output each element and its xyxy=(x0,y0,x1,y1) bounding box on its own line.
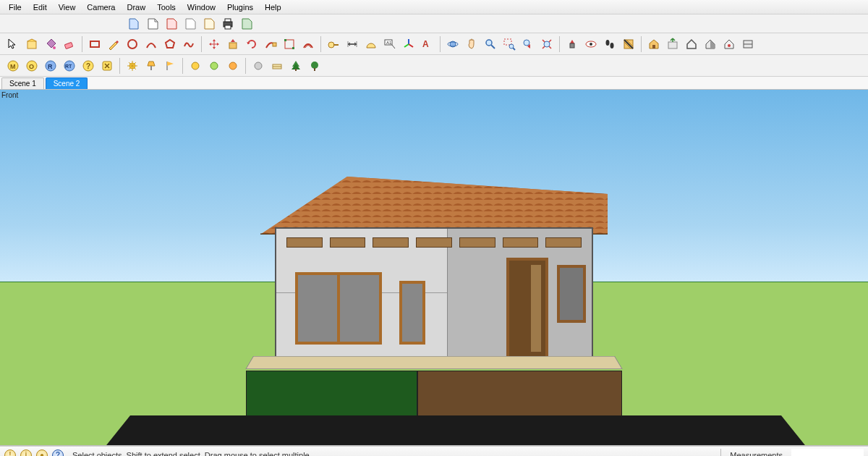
menu-window[interactable]: Window xyxy=(182,1,221,13)
svg-rect-12 xyxy=(273,43,276,46)
previous-view[interactable] xyxy=(519,35,537,53)
sun[interactable] xyxy=(124,57,141,75)
diag[interactable] xyxy=(268,57,286,75)
move-tool[interactable] xyxy=(205,35,223,53)
menu-edit[interactable]: Edit xyxy=(27,1,53,13)
text-tool[interactable]: A1 xyxy=(381,35,399,53)
open-file-icon[interactable] xyxy=(145,16,161,32)
get-models[interactable] xyxy=(645,35,663,53)
file-ops-toolbar xyxy=(0,14,868,33)
scale-tool[interactable] xyxy=(281,35,298,53)
render[interactable]: R xyxy=(42,57,59,75)
tree1[interactable] xyxy=(287,57,305,75)
layers[interactable] xyxy=(739,35,757,53)
status-icon-3[interactable]: ● xyxy=(36,449,48,457)
dimension-tool[interactable] xyxy=(344,35,361,53)
arc-tool[interactable] xyxy=(142,35,160,53)
protractor[interactable] xyxy=(362,35,380,53)
road xyxy=(80,415,831,446)
svg-rect-5 xyxy=(64,42,72,48)
menu-help[interactable]: Help xyxy=(259,1,287,13)
menu-file[interactable]: File xyxy=(3,1,27,13)
freehand-tool[interactable] xyxy=(180,35,197,53)
paint-bucket[interactable] xyxy=(42,35,59,53)
select-tool[interactable] xyxy=(4,35,22,53)
3dtext-tool[interactable]: A xyxy=(419,35,436,53)
zoom-extents[interactable] xyxy=(538,35,556,53)
walk-tool[interactable] xyxy=(601,35,618,53)
svg-text:RT: RT xyxy=(65,64,72,69)
position-camera[interactable] xyxy=(563,35,581,53)
styles[interactable] xyxy=(720,35,738,53)
share-model[interactable] xyxy=(664,35,681,53)
scene-tab[interactable]: Scene 1 xyxy=(1,77,44,89)
menu-tools[interactable]: Tools xyxy=(151,1,182,13)
offset-tool[interactable] xyxy=(299,35,317,53)
status-bar: ! i ● ? Select objects. Shift to extend … xyxy=(0,446,868,456)
lamp[interactable] xyxy=(142,57,160,75)
orbit-tool[interactable] xyxy=(444,35,461,53)
rotate-tool[interactable] xyxy=(243,35,260,53)
svg-text:O: O xyxy=(29,63,34,70)
status-icon-2[interactable]: i xyxy=(20,449,32,457)
status-icon-1[interactable]: ! xyxy=(4,449,16,457)
tree2[interactable] xyxy=(306,57,323,75)
zoom-tool[interactable] xyxy=(482,35,499,53)
axes-tool[interactable] xyxy=(400,35,417,53)
zoom-window[interactable] xyxy=(501,35,518,53)
menu-draw[interactable]: Draw xyxy=(121,1,151,13)
svg-rect-3 xyxy=(27,41,36,48)
pan-tool[interactable] xyxy=(463,35,480,53)
new-file-icon[interactable] xyxy=(126,16,142,32)
scene-tab[interactable]: Scene 2 xyxy=(46,77,88,89)
doc-3-icon[interactable] xyxy=(239,16,255,32)
roof xyxy=(260,177,608,235)
dot4[interactable] xyxy=(250,57,267,75)
rectangle-tool[interactable] xyxy=(86,35,103,53)
svg-line-24 xyxy=(409,44,413,47)
pushpull-tool[interactable] xyxy=(224,35,242,53)
viewport[interactable]: Front xyxy=(0,90,868,446)
menu-view[interactable]: View xyxy=(53,1,82,13)
flag[interactable] xyxy=(161,57,179,75)
dot1[interactable] xyxy=(187,57,204,75)
svg-rect-14 xyxy=(284,39,286,41)
followme-tool[interactable] xyxy=(262,35,279,53)
svg-line-33 xyxy=(513,48,515,50)
doc-2-icon[interactable] xyxy=(201,16,217,32)
dot3[interactable] xyxy=(224,57,242,75)
tools-badge[interactable] xyxy=(98,57,116,75)
svg-line-30 xyxy=(491,45,495,48)
svg-text:A1: A1 xyxy=(386,41,392,45)
status-help-icon[interactable]: ? xyxy=(52,449,64,457)
shadows[interactable] xyxy=(702,35,719,53)
section-tool[interactable] xyxy=(620,35,637,53)
look-around[interactable] xyxy=(582,35,600,53)
menu-plugins[interactable]: Plugins xyxy=(221,1,259,13)
status-text: Select objects. Shift to extend select. … xyxy=(68,451,716,457)
match-1[interactable]: M xyxy=(4,57,22,75)
outline[interactable]: O xyxy=(23,57,41,75)
measurements-input[interactable] xyxy=(791,449,864,457)
render-rt[interactable]: RT xyxy=(61,57,78,75)
doc-1-icon[interactable] xyxy=(182,16,198,32)
circle-tool[interactable] xyxy=(124,35,141,53)
print-icon[interactable] xyxy=(220,16,236,32)
svg-rect-77 xyxy=(314,68,315,71)
svg-point-34 xyxy=(524,40,529,46)
svg-point-35 xyxy=(544,41,550,47)
eraser[interactable] xyxy=(61,35,78,53)
model-info[interactable] xyxy=(683,35,700,53)
save-file-icon[interactable] xyxy=(163,16,179,32)
help-badge[interactable]: ? xyxy=(80,57,97,75)
menu-camera[interactable]: Camera xyxy=(81,1,121,13)
tape-measure[interactable] xyxy=(325,35,342,53)
line-tool[interactable] xyxy=(105,35,122,53)
svg-point-39 xyxy=(606,40,610,46)
make-component[interactable] xyxy=(23,35,41,53)
wall xyxy=(275,227,593,358)
dot2[interactable] xyxy=(205,57,223,75)
svg-rect-36 xyxy=(570,43,574,48)
svg-rect-75 xyxy=(295,69,297,71)
polygon-tool[interactable] xyxy=(161,35,179,53)
